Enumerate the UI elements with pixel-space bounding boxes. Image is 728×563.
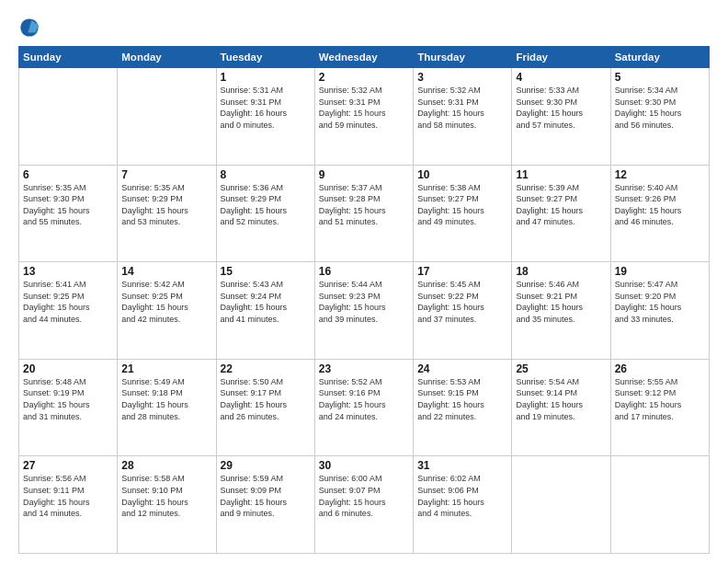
weekday-header: Tuesday (216, 47, 314, 68)
day-info: Sunrise: 5:52 AM Sunset: 9:16 PM Dayligh… (319, 376, 409, 422)
calendar-week-row: 13Sunrise: 5:41 AM Sunset: 9:25 PM Dayli… (19, 262, 710, 360)
calendar-cell: 5Sunrise: 5:34 AM Sunset: 9:30 PM Daylig… (610, 68, 709, 166)
day-number: 24 (417, 362, 507, 375)
calendar-cell: 26Sunrise: 5:55 AM Sunset: 9:12 PM Dayli… (610, 359, 709, 456)
day-number: 28 (121, 459, 211, 472)
day-info: Sunrise: 5:41 AM Sunset: 9:25 PM Dayligh… (23, 279, 113, 325)
day-number: 6 (23, 168, 113, 181)
day-info: Sunrise: 5:50 AM Sunset: 9:17 PM Dayligh… (221, 376, 311, 422)
day-info: Sunrise: 5:40 AM Sunset: 9:26 PM Dayligh… (615, 182, 705, 228)
day-number: 21 (121, 362, 211, 375)
calendar-cell: 28Sunrise: 5:58 AM Sunset: 9:10 PM Dayli… (118, 456, 216, 554)
day-number: 8 (221, 168, 311, 181)
day-info: Sunrise: 5:37 AM Sunset: 9:28 PM Dayligh… (319, 182, 409, 228)
header (18, 17, 710, 39)
calendar-cell: 9Sunrise: 5:37 AM Sunset: 9:28 PM Daylig… (314, 165, 413, 262)
day-number: 20 (23, 362, 113, 375)
day-info: Sunrise: 5:31 AM Sunset: 9:31 PM Dayligh… (221, 85, 311, 131)
day-info: Sunrise: 5:32 AM Sunset: 9:31 PM Dayligh… (319, 85, 409, 131)
day-number: 17 (417, 265, 507, 278)
day-info: Sunrise: 5:54 AM Sunset: 9:14 PM Dayligh… (516, 376, 606, 422)
day-info: Sunrise: 5:38 AM Sunset: 9:27 PM Dayligh… (417, 182, 507, 228)
day-info: Sunrise: 5:34 AM Sunset: 9:30 PM Dayligh… (615, 85, 705, 131)
day-info: Sunrise: 5:42 AM Sunset: 9:25 PM Dayligh… (121, 279, 211, 325)
calendar-cell: 19Sunrise: 5:47 AM Sunset: 9:20 PM Dayli… (610, 262, 709, 360)
day-info: Sunrise: 5:49 AM Sunset: 9:18 PM Dayligh… (121, 376, 211, 422)
calendar-week-row: 6Sunrise: 5:35 AM Sunset: 9:30 PM Daylig… (19, 165, 710, 262)
calendar-cell: 2Sunrise: 5:32 AM Sunset: 9:31 PM Daylig… (314, 68, 413, 166)
calendar-cell (19, 68, 118, 166)
day-info: Sunrise: 5:33 AM Sunset: 9:30 PM Dayligh… (516, 85, 606, 131)
calendar-cell: 14Sunrise: 5:42 AM Sunset: 9:25 PM Dayli… (118, 262, 216, 360)
logo (18, 17, 44, 39)
day-number: 15 (221, 265, 311, 278)
weekday-header: Sunday (19, 47, 118, 68)
day-info: Sunrise: 5:58 AM Sunset: 9:10 PM Dayligh… (121, 473, 211, 519)
calendar-cell: 20Sunrise: 5:48 AM Sunset: 9:19 PM Dayli… (19, 359, 118, 456)
calendar-week-row: 20Sunrise: 5:48 AM Sunset: 9:19 PM Dayli… (19, 359, 710, 456)
day-info: Sunrise: 6:00 AM Sunset: 9:07 PM Dayligh… (319, 473, 409, 519)
day-number: 14 (121, 265, 211, 278)
day-info: Sunrise: 5:44 AM Sunset: 9:23 PM Dayligh… (319, 279, 409, 325)
day-info: Sunrise: 5:39 AM Sunset: 9:27 PM Dayligh… (516, 182, 606, 228)
day-number: 27 (23, 459, 113, 472)
calendar-cell: 8Sunrise: 5:36 AM Sunset: 9:29 PM Daylig… (216, 165, 314, 262)
calendar-cell: 13Sunrise: 5:41 AM Sunset: 9:25 PM Dayli… (19, 262, 118, 360)
day-number: 7 (121, 168, 211, 181)
day-number: 30 (319, 459, 409, 472)
day-info: Sunrise: 5:47 AM Sunset: 9:20 PM Dayligh… (615, 279, 705, 325)
calendar-cell: 15Sunrise: 5:43 AM Sunset: 9:24 PM Dayli… (216, 262, 314, 360)
calendar-cell: 21Sunrise: 5:49 AM Sunset: 9:18 PM Dayli… (118, 359, 216, 456)
page: SundayMondayTuesdayWednesdayThursdayFrid… (0, 0, 728, 563)
day-number: 11 (516, 168, 606, 181)
day-number: 12 (615, 168, 705, 181)
day-info: Sunrise: 5:46 AM Sunset: 9:21 PM Dayligh… (516, 279, 606, 325)
calendar-cell (610, 456, 709, 554)
day-number: 1 (221, 71, 311, 84)
weekday-header: Monday (118, 47, 216, 68)
calendar-cell: 27Sunrise: 5:56 AM Sunset: 9:11 PM Dayli… (19, 456, 118, 554)
calendar-cell: 6Sunrise: 5:35 AM Sunset: 9:30 PM Daylig… (19, 165, 118, 262)
calendar-cell: 1Sunrise: 5:31 AM Sunset: 9:31 PM Daylig… (216, 68, 314, 166)
day-number: 25 (516, 362, 606, 375)
day-number: 18 (516, 265, 606, 278)
day-info: Sunrise: 5:35 AM Sunset: 9:30 PM Dayligh… (23, 182, 113, 228)
calendar-cell (118, 68, 216, 166)
day-info: Sunrise: 5:36 AM Sunset: 9:29 PM Dayligh… (221, 182, 311, 228)
day-info: Sunrise: 5:35 AM Sunset: 9:29 PM Dayligh… (121, 182, 211, 228)
day-number: 16 (319, 265, 409, 278)
day-info: Sunrise: 5:43 AM Sunset: 9:24 PM Dayligh… (221, 279, 311, 325)
calendar-cell: 16Sunrise: 5:44 AM Sunset: 9:23 PM Dayli… (314, 262, 413, 360)
day-info: Sunrise: 6:02 AM Sunset: 9:06 PM Dayligh… (417, 473, 507, 519)
calendar-cell: 22Sunrise: 5:50 AM Sunset: 9:17 PM Dayli… (216, 359, 314, 456)
calendar-cell: 7Sunrise: 5:35 AM Sunset: 9:29 PM Daylig… (118, 165, 216, 262)
day-info: Sunrise: 5:32 AM Sunset: 9:31 PM Dayligh… (417, 85, 507, 131)
day-number: 10 (417, 168, 507, 181)
calendar-cell: 17Sunrise: 5:45 AM Sunset: 9:22 PM Dayli… (414, 262, 512, 360)
calendar-cell: 12Sunrise: 5:40 AM Sunset: 9:26 PM Dayli… (610, 165, 709, 262)
day-number: 23 (319, 362, 409, 375)
calendar-cell: 11Sunrise: 5:39 AM Sunset: 9:27 PM Dayli… (512, 165, 610, 262)
weekday-header: Saturday (610, 47, 709, 68)
calendar-cell: 18Sunrise: 5:46 AM Sunset: 9:21 PM Dayli… (512, 262, 610, 360)
day-number: 13 (23, 265, 113, 278)
day-number: 31 (417, 459, 507, 472)
day-info: Sunrise: 5:45 AM Sunset: 9:22 PM Dayligh… (417, 279, 507, 325)
day-info: Sunrise: 5:48 AM Sunset: 9:19 PM Dayligh… (23, 376, 113, 422)
calendar-cell: 24Sunrise: 5:53 AM Sunset: 9:15 PM Dayli… (414, 359, 512, 456)
day-number: 29 (221, 459, 311, 472)
weekday-header: Thursday (414, 47, 512, 68)
calendar-cell (512, 456, 610, 554)
calendar-week-row: 27Sunrise: 5:56 AM Sunset: 9:11 PM Dayli… (19, 456, 710, 554)
day-number: 22 (221, 362, 311, 375)
calendar-cell: 30Sunrise: 6:00 AM Sunset: 9:07 PM Dayli… (314, 456, 413, 554)
day-number: 26 (615, 362, 705, 375)
calendar-table: SundayMondayTuesdayWednesdayThursdayFrid… (18, 46, 710, 554)
weekday-header: Friday (512, 47, 610, 68)
calendar-cell: 10Sunrise: 5:38 AM Sunset: 9:27 PM Dayli… (414, 165, 512, 262)
calendar-cell: 23Sunrise: 5:52 AM Sunset: 9:16 PM Dayli… (314, 359, 413, 456)
day-number: 3 (417, 71, 507, 84)
calendar-cell: 31Sunrise: 6:02 AM Sunset: 9:06 PM Dayli… (414, 456, 512, 554)
day-number: 5 (615, 71, 705, 84)
day-info: Sunrise: 5:56 AM Sunset: 9:11 PM Dayligh… (23, 473, 113, 519)
